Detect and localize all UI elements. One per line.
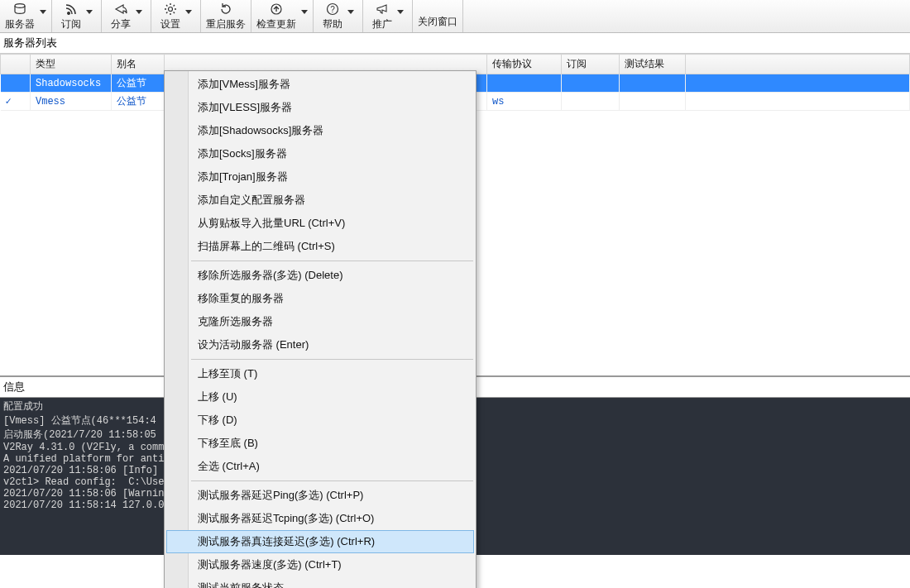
toolbar-help[interactable]: ? 帮助 bbox=[314, 0, 363, 32]
server-list-title: 服务器列表 bbox=[0, 33, 910, 54]
context-menu-item[interactable]: 添加自定义配置服务器 bbox=[166, 189, 474, 212]
chevron-down-icon[interactable] bbox=[397, 10, 404, 14]
context-menu-item[interactable]: 上移至顶 (T) bbox=[166, 362, 474, 385]
context-menu-item[interactable]: 测试当前服务状态 bbox=[166, 576, 474, 588]
context-menu-item[interactable]: 测试服务器延迟Tcping(多选) (Ctrl+O) bbox=[166, 507, 474, 530]
context-menu-item[interactable]: 从剪贴板导入批量URL (Ctrl+V) bbox=[166, 212, 474, 235]
cell-transport: ws bbox=[487, 93, 562, 111]
toolbar-subscribe[interactable]: 订阅 bbox=[52, 0, 102, 32]
context-menu-item[interactable]: 添加[Trojan]服务器 bbox=[166, 165, 474, 189]
toolbar-promote[interactable]: 推广 bbox=[363, 0, 413, 32]
chevron-down-icon[interactable] bbox=[301, 10, 308, 14]
cell-test bbox=[620, 74, 686, 93]
chevron-down-icon[interactable] bbox=[136, 10, 142, 14]
th-sub[interactable]: 订阅 bbox=[562, 55, 620, 74]
cell-type: Vmess bbox=[31, 93, 112, 111]
help-icon: ? bbox=[325, 2, 340, 17]
toolbar-promote-label: 推广 bbox=[372, 17, 392, 31]
context-menu-separator bbox=[191, 261, 473, 261]
toolbar: 服务器 订阅 分享 bbox=[0, 0, 910, 33]
chevron-down-icon[interactable] bbox=[347, 10, 354, 14]
restart-icon bbox=[218, 2, 233, 17]
cell-test bbox=[620, 93, 686, 111]
toolbar-share-label: 分享 bbox=[111, 17, 131, 31]
toolbar-help-label: 帮助 bbox=[323, 17, 342, 31]
toolbar-subscribe-label: 订阅 bbox=[61, 17, 81, 31]
cell-alias: 公益节 bbox=[112, 93, 165, 111]
chevron-down-icon[interactable] bbox=[86, 10, 93, 14]
context-menu[interactable]: 添加[VMess]服务器添加[VLESS]服务器添加[Shadowsocks]服… bbox=[164, 70, 477, 588]
th-tail bbox=[686, 55, 910, 74]
th-alias[interactable]: 别名 bbox=[112, 55, 165, 74]
toolbar-settings-label: 设置 bbox=[160, 17, 180, 31]
cell-sub bbox=[562, 93, 620, 111]
context-menu-item[interactable]: 测试服务器速度(多选) (Ctrl+T) bbox=[166, 553, 474, 576]
context-menu-item[interactable]: 克隆所选服务器 bbox=[166, 310, 474, 333]
megaphone-icon bbox=[375, 2, 390, 17]
context-menu-item[interactable]: 测试服务器延迟Ping(多选) (Ctrl+P) bbox=[166, 484, 474, 507]
update-icon bbox=[269, 2, 284, 17]
toolbar-settings[interactable]: 设置 bbox=[151, 0, 201, 32]
svg-text:?: ? bbox=[330, 5, 335, 14]
context-menu-item[interactable]: 全选 (Ctrl+A) bbox=[166, 455, 474, 478]
chevron-down-icon[interactable] bbox=[185, 10, 192, 14]
cell-sub bbox=[562, 74, 620, 93]
toolbar-server-label: 服务器 bbox=[5, 17, 35, 31]
context-menu-item[interactable]: 添加[VLESS]服务器 bbox=[166, 96, 474, 119]
context-menu-item[interactable]: 上移 (U) bbox=[166, 385, 474, 409]
context-menu-item[interactable]: 添加[VMess]服务器 bbox=[166, 73, 474, 96]
th-transport[interactable]: 传输协议 bbox=[487, 55, 562, 74]
cell-alias: 公益节 bbox=[112, 74, 165, 93]
toolbar-close[interactable]: 关闭窗口 bbox=[413, 0, 463, 32]
context-menu-item[interactable]: 下移至底 (B) bbox=[166, 432, 474, 455]
context-menu-separator bbox=[191, 359, 473, 360]
chevron-down-icon[interactable] bbox=[40, 10, 46, 14]
context-menu-separator bbox=[191, 480, 473, 481]
toolbar-restart-label: 重启服务 bbox=[206, 17, 246, 31]
toolbar-server[interactable]: 服务器 bbox=[0, 0, 52, 32]
context-menu-item[interactable]: 添加[Socks]服务器 bbox=[166, 142, 474, 165]
toolbar-update[interactable]: 检查更新 bbox=[251, 0, 314, 32]
gear-icon bbox=[163, 2, 178, 17]
svg-point-1 bbox=[168, 7, 172, 12]
th-test[interactable]: 测试结果 bbox=[620, 55, 686, 74]
context-menu-item[interactable]: 测试服务器真连接延迟(多选) (Ctrl+R) bbox=[166, 530, 474, 553]
svg-point-0 bbox=[15, 4, 25, 8]
context-menu-item[interactable]: 添加[Shadowsocks]服务器 bbox=[166, 119, 474, 142]
share-icon bbox=[113, 2, 128, 17]
context-menu-item[interactable]: 扫描屏幕上的二维码 (Ctrl+S) bbox=[166, 235, 474, 258]
cell-active: ✓ bbox=[1, 93, 31, 111]
th-type[interactable]: 类型 bbox=[31, 55, 112, 74]
context-menu-item[interactable]: 下移 (D) bbox=[166, 409, 474, 432]
cell-transport bbox=[487, 74, 562, 93]
cell-type: Shadowsocks bbox=[31, 74, 112, 93]
toolbar-update-label: 检查更新 bbox=[256, 17, 296, 31]
server-icon bbox=[12, 2, 27, 17]
context-menu-item[interactable]: 移除重复的服务器 bbox=[166, 287, 474, 310]
rss-icon bbox=[64, 2, 79, 17]
toolbar-share[interactable]: 分享 bbox=[102, 0, 151, 32]
th-blank[interactable] bbox=[1, 55, 31, 74]
context-menu-item[interactable]: 设为活动服务器 (Enter) bbox=[166, 333, 474, 356]
toolbar-close-label: 关闭窗口 bbox=[418, 15, 457, 29]
toolbar-restart[interactable]: 重启服务 bbox=[201, 0, 251, 32]
context-menu-item[interactable]: 移除所选服务器(多选) (Delete) bbox=[166, 264, 474, 287]
cell-active bbox=[1, 74, 31, 93]
